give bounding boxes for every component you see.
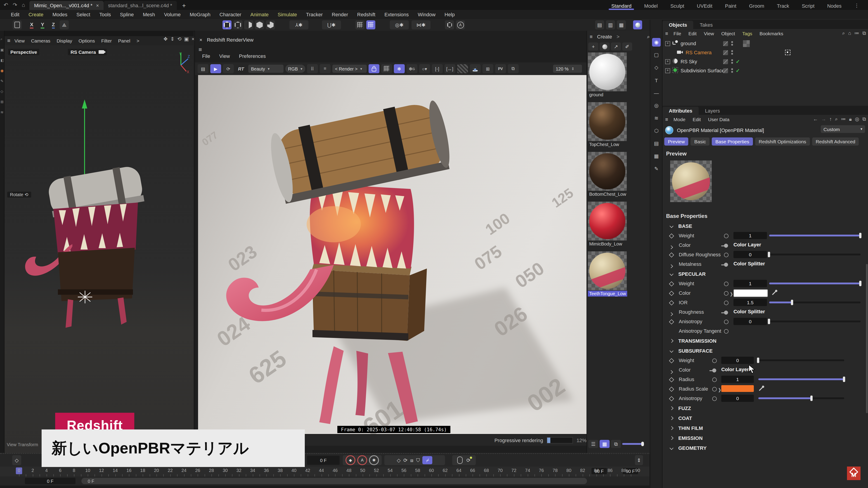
- document-tab[interactable]: Mimic_Open..._v001.c4d *×: [30, 1, 103, 10]
- simulation-settings-button[interactable]: ⅄ ✱: [289, 20, 308, 29]
- menu-select[interactable]: Select: [72, 12, 95, 17]
- menu-character[interactable]: Character: [215, 12, 246, 17]
- snowflake-icon[interactable]: ✻: [394, 64, 404, 73]
- render-queue-button[interactable]: [266, 20, 275, 29]
- mirror-tool-button[interactable]: ⋈ ✱: [411, 20, 431, 29]
- range-scrollbar[interactable]: 0 F: [82, 478, 587, 484]
- crop-icon[interactable]: ⌗: [319, 64, 330, 73]
- workspace-tab-sculpt[interactable]: Sculpt: [664, 2, 690, 10]
- node-port[interactable]: [712, 387, 717, 391]
- frame-number[interactable]: 60: [429, 468, 434, 473]
- menu-modes[interactable]: Modes: [48, 12, 72, 17]
- color-swatch[interactable]: [734, 289, 768, 297]
- visibility-dots[interactable]: [731, 68, 733, 73]
- magnet-tool-button[interactable]: ⋃ ✱: [322, 20, 341, 29]
- frame-number[interactable]: 40: [291, 468, 297, 473]
- copy-pages-icon[interactable]: ⧉: [507, 64, 519, 73]
- object-row[interactable]: +RS Sky✓: [662, 57, 868, 66]
- picture-viewer-icon[interactable]: PV: [495, 64, 506, 73]
- frame-number[interactable]: 46: [333, 468, 338, 473]
- keyframe-settings-button[interactable]: ✱: [369, 455, 379, 465]
- menu-volume[interactable]: Volume: [160, 12, 185, 17]
- axis-z-button[interactable]: Z: [49, 20, 58, 29]
- section-header-fuzz[interactable]: FUZZ: [662, 403, 868, 413]
- tab-layers[interactable]: Layers: [699, 107, 726, 115]
- property-row-color[interactable]: ColorColor Layer: [662, 240, 868, 250]
- text-tool-icon[interactable]: T: [652, 76, 661, 85]
- preset-dropdown[interactable]: Custom▾: [821, 125, 865, 133]
- home-icon[interactable]: ⌂: [22, 2, 25, 8]
- render-mode-dropdown[interactable]: < Render >▾: [332, 65, 367, 73]
- mute-keys-button[interactable]: ⌿: [423, 456, 433, 464]
- frame-number[interactable]: 70: [498, 468, 503, 473]
- node-port[interactable]: [724, 291, 728, 296]
- layout-list-icon[interactable]: ▤: [595, 20, 604, 29]
- menu-create[interactable]: Create: [24, 12, 48, 17]
- renderview-tab[interactable]: × Redshift RenderView: [195, 35, 253, 44]
- workspace-tab-standard[interactable]: Standard: [605, 2, 638, 10]
- property-row-ior[interactable]: IOR1.5: [662, 298, 868, 307]
- menu-tools[interactable]: Tools: [95, 12, 115, 17]
- node-port[interactable]: [712, 378, 717, 382]
- make-editable-button[interactable]: [13, 20, 22, 29]
- viewport-menu-filter[interactable]: Filter: [98, 38, 115, 43]
- back-icon[interactable]: ←: [813, 116, 818, 122]
- tab-attributes[interactable]: Attributes: [662, 107, 699, 115]
- region-circle-dropdown[interactable]: ○▾: [419, 64, 430, 73]
- material-sphere-icon[interactable]: [600, 42, 610, 51]
- expand-icon[interactable]: +: [665, 68, 670, 73]
- thumbnail-size-slider[interactable]: [622, 443, 643, 445]
- frame-number[interactable]: 34: [250, 468, 255, 473]
- eyedropper-icon[interactable]: ✐: [622, 42, 632, 51]
- hexagon-target-button[interactable]: [445, 20, 454, 29]
- material-item[interactable]: MimicBody_Low: [588, 202, 638, 247]
- image-icon[interactable]: 🗻: [470, 64, 480, 73]
- render-region-button[interactable]: [244, 20, 253, 29]
- range-start-field[interactable]: 0 F: [25, 478, 75, 484]
- grid-view-icon[interactable]: ▦: [600, 440, 610, 448]
- hamburger-icon[interactable]: ≡: [198, 46, 202, 53]
- search-icon[interactable]: ⌕: [842, 30, 845, 36]
- property-row-roughness[interactable]: RoughnessColor Splitter: [662, 307, 868, 317]
- section-header-geometry[interactable]: GEOMETRY: [662, 443, 868, 453]
- connected-port[interactable]: [712, 368, 716, 372]
- panel-icon[interactable]: ▤: [652, 139, 661, 148]
- bucket-grid-icon[interactable]: [381, 64, 392, 73]
- frame-number[interactable]: 84: [594, 468, 599, 473]
- perspective-viewport[interactable]: ≡ ViewCamerasDisplayOptionsFilterPanel> …: [4, 31, 193, 453]
- scrollbar[interactable]: [866, 264, 868, 413]
- wave-icon[interactable]: ≋: [652, 114, 661, 123]
- menu-tracker[interactable]: Tracker: [302, 12, 328, 17]
- close-icon[interactable]: ×: [96, 3, 99, 8]
- forward-icon[interactable]: →: [821, 116, 826, 122]
- property-row-weight[interactable]: Weight1: [662, 231, 868, 240]
- menu-extensions[interactable]: Extensions: [380, 12, 413, 17]
- material-create-menu[interactable]: Create: [597, 34, 612, 39]
- lock-icon[interactable]: 🔒︎: [849, 116, 852, 122]
- home-icon[interactable]: ⌂: [848, 30, 851, 36]
- visibility-dots[interactable]: [731, 50, 733, 55]
- frame-number[interactable]: 32: [237, 468, 242, 473]
- workspace-tab-nodes[interactable]: Nodes: [821, 2, 848, 10]
- autokey-button[interactable]: A: [357, 455, 367, 465]
- property-row-anisotropy-tangent[interactable]: Anisotropy Tangent: [662, 326, 868, 336]
- zoom-level-field[interactable]: 120 %⇕: [553, 65, 582, 73]
- zoom-icon[interactable]: ⇕: [170, 36, 174, 42]
- record-icon[interactable]: ◎: [855, 116, 859, 122]
- viewport-menu-options[interactable]: Options: [75, 38, 98, 43]
- menu-redshift[interactable]: Redshift: [353, 12, 380, 17]
- menu-mesh[interactable]: Mesh: [138, 12, 160, 17]
- connected-port[interactable]: [724, 263, 728, 267]
- object-row[interactable]: +ground: [662, 39, 868, 48]
- menu-mograph[interactable]: MoGraph: [185, 12, 215, 17]
- frame-number[interactable]: 90: [635, 468, 640, 473]
- attr-menu-edit[interactable]: Edit: [689, 117, 704, 122]
- shader-link[interactable]: Color Layer: [734, 242, 761, 247]
- lock-icon[interactable]: [368, 64, 379, 73]
- frame-number[interactable]: 4: [45, 468, 48, 473]
- menu-render[interactable]: Render: [327, 12, 352, 17]
- frame-number[interactable]: 54: [388, 468, 393, 473]
- frame-number[interactable]: 44: [319, 468, 324, 473]
- workspace-tab-uvedit[interactable]: UVEdit: [690, 2, 719, 10]
- list-view-icon[interactable]: ☰: [588, 440, 598, 448]
